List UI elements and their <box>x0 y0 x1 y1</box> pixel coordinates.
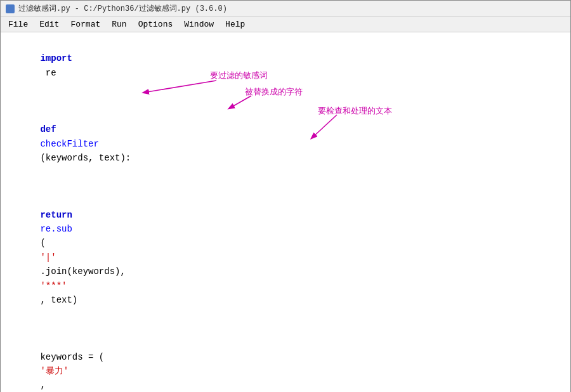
editor-title: 过滤敏感词.py - C:/Python36/过滤敏感词.py (3.6.0) <box>18 3 227 14</box>
annotation-2: 被替换成的字符 <box>245 86 303 99</box>
code-line-6: keywords = ( '暴力' , '色情' , '其他关键字' ) <box>8 336 563 392</box>
keyword-def: def <box>40 124 62 134</box>
menu-file[interactable]: File <box>3 18 33 30</box>
menu-window[interactable]: Window <box>179 18 219 30</box>
annotation-3: 要检查和处理的文本 <box>318 105 392 118</box>
editor-menu-bar: File Edit Format Run Options Window Help <box>1 17 570 32</box>
menu-format[interactable]: Format <box>65 18 105 30</box>
str-pipe: '|' <box>40 252 56 263</box>
str-baoli: '暴力' <box>40 366 69 376</box>
code-line-4: return re.sub ( '|' .join(keywords), '**… <box>8 180 563 322</box>
menu-options[interactable]: Options <box>133 18 178 30</box>
fn-checkfilter: checkFilter <box>40 139 98 149</box>
code-line-3: def checkFilter (keywords, text): <box>8 108 563 180</box>
editor-title-bar: 过滤敏感词.py - C:/Python36/过滤敏感词.py (3.6.0) <box>1 1 570 17</box>
editor-window: 过滤敏感词.py - C:/Python36/过滤敏感词.py (3.6.0) … <box>0 0 571 392</box>
menu-edit[interactable]: Edit <box>34 18 64 30</box>
menu-run[interactable]: Run <box>107 18 131 30</box>
editor-icon <box>6 4 15 13</box>
keyword-return: return <box>40 210 77 220</box>
menu-help[interactable]: Help <box>220 18 250 30</box>
code-line-5 <box>8 322 563 336</box>
keyword-import: import <box>40 53 72 63</box>
fn-resub: re.sub <box>40 224 72 234</box>
annotation-1: 要过滤的敏感词 <box>210 69 268 82</box>
code-editor[interactable]: import re def checkFilter (keywords, tex… <box>1 32 570 392</box>
str-stars: '***' <box>40 281 67 291</box>
